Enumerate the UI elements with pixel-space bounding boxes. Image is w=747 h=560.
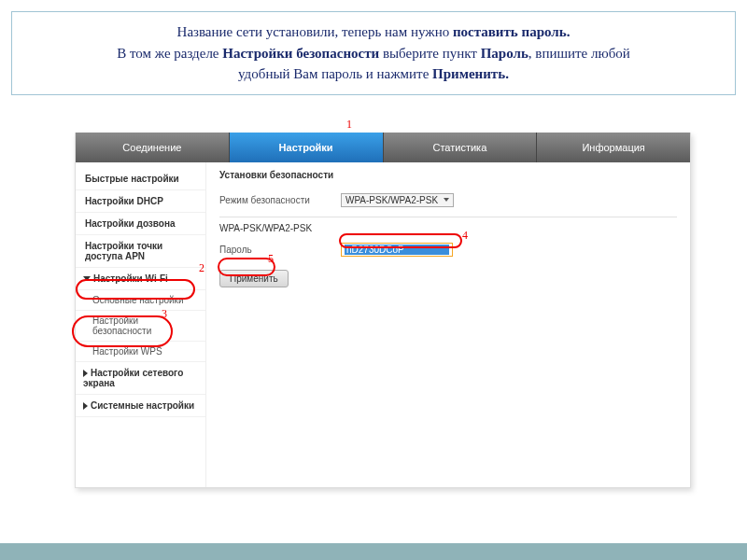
instr-bold: поставить пароль.: [453, 24, 571, 39]
instr-bold: Настройки безопасности: [222, 46, 379, 61]
sidebar-item-dhcp[interactable]: Настройки DHCP: [76, 190, 205, 213]
nav-tabs: Соединение Настройки Статистика Информац…: [76, 133, 690, 162]
password-input[interactable]: [345, 245, 449, 255]
sidebar-item-apn[interactable]: Настройки точки доступа APN: [76, 235, 205, 268]
sidebar: Быстрые настройки Настройки DHCP Настрой…: [76, 162, 206, 487]
mode-label: Режим безопасности: [219, 195, 341, 205]
subsection-heading: WPA-PSK/WPA2-PSK: [219, 223, 677, 233]
section-heading: Установки безопасности: [219, 170, 677, 180]
instr-text: выберите пункт: [379, 46, 480, 61]
sidebar-item-label: Настройки сетевого экрана: [83, 368, 183, 388]
sidebar-item-label: Настройки Wi-Fi: [93, 273, 168, 284]
password-field-wrap[interactable]: [341, 243, 453, 257]
instr-bold: Пароль: [481, 46, 529, 61]
sidebar-sub-wifi-basic[interactable]: Основные настройки: [76, 290, 205, 311]
instr-text: , впишите любой: [529, 46, 630, 61]
instruction-panel: Название сети установили, теперь нам нуж…: [11, 11, 736, 95]
sidebar-group-firewall[interactable]: Настройки сетевого экрана: [76, 362, 205, 395]
divider: [219, 217, 677, 217]
sidebar-sub-wifi-wps[interactable]: Настройки WPS: [76, 342, 205, 362]
instr-bold: Применить.: [432, 66, 509, 81]
caret-down-icon: [444, 198, 449, 202]
tab-statistics[interactable]: Статистика: [384, 133, 538, 162]
instr-text: В том же разделе: [117, 46, 222, 61]
marker-1: 1: [346, 118, 352, 132]
sidebar-item-dial[interactable]: Настройки дозвона: [76, 213, 205, 235]
caret-right-icon: [83, 370, 88, 377]
tab-settings[interactable]: Настройки: [230, 133, 384, 162]
caret-right-icon: [83, 402, 88, 410]
tab-info[interactable]: Информация: [537, 133, 690, 162]
sidebar-group-system[interactable]: Системные настройки: [76, 395, 205, 417]
sidebar-group-wifi[interactable]: Настройки Wi-Fi: [76, 268, 205, 290]
footer-bar: [0, 543, 747, 560]
sidebar-sub-wifi-security[interactable]: Настройки безопасности: [76, 311, 205, 342]
caret-down-icon: [83, 276, 91, 281]
instr-text: Название сети установили, теперь нам нуж…: [177, 24, 453, 39]
sidebar-item-quick[interactable]: Быстрые настройки: [76, 168, 205, 190]
main-panel: Установки безопасности Режим безопасност…: [206, 162, 690, 487]
sidebar-item-label: Системные настройки: [91, 400, 194, 411]
tab-connection[interactable]: Соединение: [76, 133, 230, 162]
instr-text: удобный Вам пароль и нажмите: [238, 66, 432, 81]
select-value: WPA-PSK/WPA2-PSK: [345, 195, 438, 205]
router-window: Соединение Настройки Статистика Информац…: [75, 133, 691, 488]
apply-button[interactable]: Применить: [219, 270, 289, 287]
security-mode-select[interactable]: WPA-PSK/WPA2-PSK: [341, 193, 454, 207]
password-label: Пароль: [219, 245, 341, 255]
